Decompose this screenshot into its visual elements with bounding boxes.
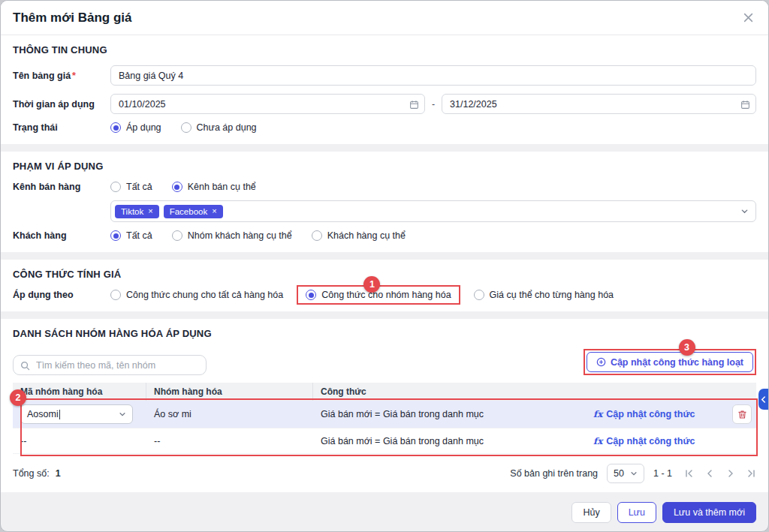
radio-customer-group[interactable]: Nhóm khách hàng cụ thể: [172, 230, 292, 241]
section-scope: PHẠM VI ÁP DỤNG Kênh bán hàng Tất cả Kên…: [1, 152, 768, 252]
per-page-value: 50: [614, 468, 624, 479]
radio-icon: [110, 230, 121, 241]
radio-status-not-apply[interactable]: Chưa áp dụng: [181, 122, 257, 133]
save-button[interactable]: Lưu: [617, 502, 656, 523]
required-mark: *: [72, 71, 76, 81]
annotation-badge-3: 3: [679, 339, 695, 356]
bulk-update-formula-button[interactable]: Cập nhật công thức hàng loạt: [587, 352, 753, 372]
channel-multiselect[interactable]: Tiktok × Facebook ×: [110, 200, 756, 222]
radio-icon: [172, 230, 182, 241]
column-header-delete: [725, 388, 756, 395]
column-header-action: [586, 388, 725, 395]
bulk-update-label: Cập nhật công thức hàng loạt: [611, 357, 743, 368]
period-label: Thời gian áp dụng: [13, 99, 110, 110]
last-page-icon[interactable]: [747, 469, 756, 478]
channel-tag: Tiktok ×: [115, 205, 159, 218]
text-cursor: [59, 410, 60, 419]
name-label-text: Tên bảng giá: [13, 71, 71, 81]
radio-channel-all[interactable]: Tất cả: [110, 182, 152, 192]
update-formula-link[interactable]: fx Cập nhật công thức: [593, 409, 695, 419]
search-input[interactable]: [13, 355, 207, 375]
radio-label: Công thức chung cho tất cả hàng hóa: [126, 290, 283, 300]
first-page-icon[interactable]: [684, 469, 693, 478]
section-separator: [1, 144, 768, 152]
radio-formula-common[interactable]: Công thức chung cho tất cả hàng hóa: [110, 290, 283, 300]
page-range: 1 - 1: [653, 468, 672, 479]
modal-header: Thêm mới Bảng giá: [1, 1, 768, 35]
radio-label: Khách hàng cụ thể: [327, 230, 406, 241]
group-search: [13, 355, 207, 375]
channel-label: Kênh bán hàng: [13, 182, 110, 192]
section-title-group-list: DANH SÁCH NHÓM HÀNG HÓA ÁP DỤNG: [13, 328, 756, 339]
date-to-input[interactable]: [442, 94, 756, 114]
group-code-combobox[interactable]: Aosomi: [20, 404, 133, 424]
total-count: Tổng số: 1: [13, 468, 61, 479]
section-title-scope: PHẠM VI ÁP DỤNG: [13, 161, 756, 172]
per-page-select[interactable]: 50: [607, 464, 644, 483]
radio-label: Áp dụng: [126, 122, 161, 133]
tag-close-icon[interactable]: ×: [212, 207, 216, 215]
chevron-down-icon[interactable]: [740, 205, 749, 218]
radio-label: Chưa áp dụng: [197, 122, 257, 133]
radio-label: Công thức cho nhóm hàng hóa: [321, 290, 451, 300]
close-icon[interactable]: [740, 10, 756, 26]
radio-label: Giá cụ thể cho từng hàng hóa: [490, 290, 614, 300]
calendar-icon[interactable]: [409, 99, 419, 113]
column-header-group: Nhóm hàng hóa: [146, 383, 313, 401]
date-to-field: [442, 94, 756, 114]
update-formula-link[interactable]: fx Cập nhật công thức: [593, 436, 695, 446]
table-footer: Tổng số: 1 Số bản ghi trên trang 50 1 - …: [13, 464, 756, 483]
cell-formula: Giá bán mới = Giá bán trong danh mục: [313, 433, 586, 449]
plus-circle-icon: [596, 357, 606, 367]
section-title-formula: CÔNG THỨC TÍNH GIÁ: [13, 269, 756, 280]
radio-formula-specific[interactable]: Giá cụ thể cho từng hàng hóa: [474, 290, 614, 300]
next-page-icon[interactable]: [726, 469, 735, 478]
annotation-box-1: 1 Công thức cho nhóm hàng hóa: [297, 285, 460, 305]
delete-row-button[interactable]: [732, 404, 752, 424]
table-header-row: Mã nhóm hàng hóa Nhóm hàng hóa Công thức: [13, 383, 756, 401]
radio-status-apply[interactable]: Áp dụng: [110, 122, 161, 133]
prev-page-icon[interactable]: [705, 469, 714, 478]
radio-icon: [312, 230, 322, 241]
radio-channel-specific[interactable]: Kênh bán cụ thể: [172, 182, 256, 192]
status-label: Trạng thái: [13, 122, 110, 133]
radio-customer-all[interactable]: Tất cả: [110, 230, 152, 241]
price-list-name-input[interactable]: [110, 65, 756, 86]
radio-formula-group[interactable]: Công thức cho nhóm hàng hóa: [306, 290, 451, 300]
column-header-code: Mã nhóm hàng hóa: [13, 383, 146, 401]
name-label: Tên bảng giá*: [13, 71, 110, 81]
fx-icon: fx: [593, 436, 602, 446]
radio-icon: [181, 122, 191, 133]
chevron-left-icon: [761, 396, 766, 403]
cell-action: fx Cập nhật công thức: [586, 433, 725, 449]
cell-code: --: [13, 433, 146, 449]
fx-icon: fx: [593, 409, 602, 419]
field-row-channel-select: Tiktok × Facebook ×: [13, 200, 756, 222]
tag-label: Tiktok: [121, 207, 143, 216]
annotation-badge-1: 1: [363, 276, 380, 293]
section-title-general: THÔNG TIN CHUNG: [13, 44, 756, 56]
customer-radio-group: Tất cả Nhóm khách hàng cụ thể Khách hàng…: [110, 230, 756, 241]
modal-title: Thêm mới Bảng giá: [13, 11, 132, 26]
cancel-button[interactable]: Hủy: [571, 502, 611, 523]
calendar-icon[interactable]: [740, 99, 750, 113]
field-row-customer: Khách hàng Tất cả Nhóm khách hàng cụ thể…: [13, 230, 756, 241]
date-separator: -: [432, 99, 435, 110]
cell-action: fx Cập nhật công thức: [586, 406, 725, 422]
date-from-input[interactable]: [110, 94, 425, 114]
tag-close-icon[interactable]: ×: [148, 207, 152, 215]
field-row-period: Thời gian áp dụng -: [13, 94, 756, 114]
radio-icon: [306, 290, 316, 300]
status-radio-group: Áp dụng Chưa áp dụng: [110, 122, 756, 133]
field-row-apply-by: Áp dụng theo Công thức chung cho tất cả …: [13, 290, 756, 300]
per-page-label: Số bản ghi trên trang: [510, 468, 598, 479]
section-separator: [1, 252, 768, 260]
save-and-new-button[interactable]: Lưu và thêm mới: [662, 502, 756, 523]
cell-group-name: --: [146, 433, 313, 449]
section-separator: [1, 311, 768, 319]
radio-customer-specific[interactable]: Khách hàng cụ thể: [312, 230, 406, 241]
cell-delete: [725, 401, 756, 427]
cell-code: Aosomi: [13, 401, 146, 427]
modal-footer: Hủy Lưu Lưu và thêm mới: [1, 492, 768, 532]
expand-panel-handle[interactable]: [758, 389, 768, 410]
